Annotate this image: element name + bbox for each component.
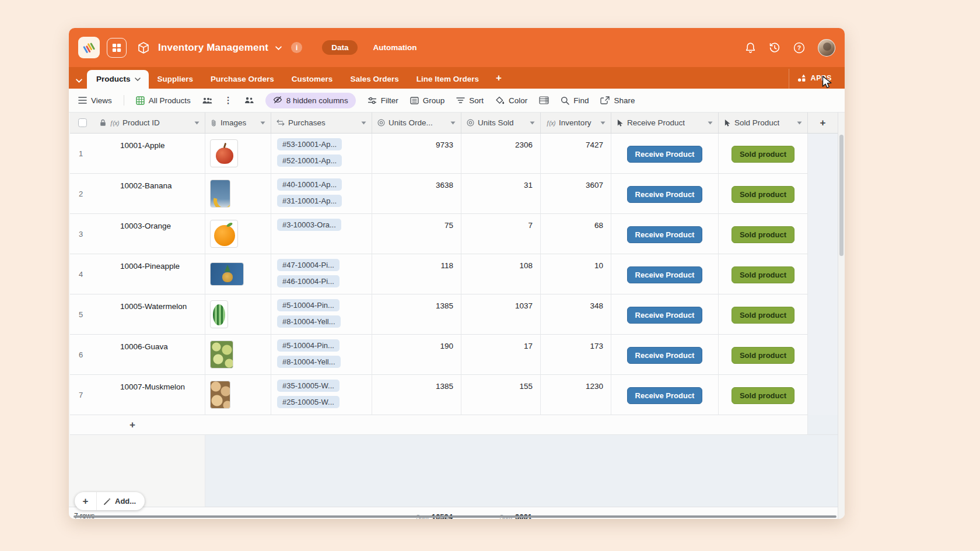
sort-button[interactable]: Sort bbox=[456, 96, 484, 105]
linked-record-pill[interactable]: #52-10001-Ap... bbox=[277, 155, 342, 167]
table-row[interactable]: 2 10002-Banana #40-10001-Ap...#31-10001-… bbox=[70, 174, 838, 214]
add-table-button[interactable]: + bbox=[488, 69, 510, 89]
cell-units-sold[interactable]: 7 bbox=[461, 214, 541, 254]
table-row[interactable]: 3 10003-Orange #3-10003-Ora... 75 7 68 R… bbox=[70, 214, 838, 254]
cell-units-sold[interactable]: 1037 bbox=[461, 294, 541, 335]
receive-product-button[interactable]: Receive Product bbox=[627, 226, 703, 243]
cell-product-id[interactable]: 10005-Watermelon bbox=[94, 294, 205, 335]
product-image[interactable] bbox=[210, 220, 238, 248]
sidebar-collapse-chevron-icon[interactable] bbox=[75, 79, 87, 89]
cell-units-ordered[interactable]: 1385 bbox=[372, 375, 461, 415]
bell-icon[interactable] bbox=[745, 42, 756, 54]
cell-purchases[interactable]: #5-10004-Pin...#8-10004-Yell... bbox=[271, 294, 372, 335]
column-header-images[interactable]: Images bbox=[205, 113, 271, 133]
column-header-units-ordered[interactable]: Units Orde... bbox=[372, 113, 461, 133]
add-record-plus-button[interactable]: + bbox=[75, 492, 97, 510]
chevron-down-icon[interactable] bbox=[194, 121, 200, 125]
cell-images[interactable] bbox=[205, 254, 271, 294]
cell-inventory[interactable]: 7427 bbox=[541, 134, 611, 174]
tab-chevron-down-icon[interactable] bbox=[135, 78, 141, 81]
cell-inventory[interactable]: 10 bbox=[541, 254, 611, 294]
row-height-icon[interactable] bbox=[539, 96, 549, 104]
tab-purchase-orders[interactable]: Purchase Orders bbox=[202, 69, 283, 89]
tab-line-item-orders[interactable]: Line Item Orders bbox=[408, 69, 488, 89]
column-header-sold-product[interactable]: Sold Product bbox=[719, 113, 808, 133]
table-row[interactable]: 1 10001-Apple #53-10001-Ap...#52-10001-A… bbox=[70, 134, 838, 174]
linked-record-pill[interactable]: #5-10004-Pin... bbox=[277, 339, 340, 352]
add-record-menu-button[interactable]: Add... bbox=[97, 497, 145, 506]
cell-images[interactable] bbox=[205, 174, 271, 214]
share-button[interactable]: Share bbox=[600, 96, 635, 105]
cell-inventory[interactable]: 3607 bbox=[541, 174, 611, 214]
cell-images[interactable] bbox=[205, 375, 271, 415]
cell-units-sold[interactable]: 17 bbox=[461, 335, 541, 375]
product-image[interactable] bbox=[210, 180, 230, 208]
sold-product-button[interactable]: Sold product bbox=[732, 347, 794, 364]
add-record-controls[interactable]: + Add... bbox=[75, 492, 145, 510]
sold-product-button[interactable]: Sold product bbox=[732, 266, 794, 283]
linked-record-pill[interactable]: #46-10004-Pi... bbox=[277, 275, 340, 287]
chevron-down-icon[interactable] bbox=[361, 121, 366, 125]
receive-product-button[interactable]: Receive Product bbox=[627, 266, 703, 283]
linked-record-pill[interactable]: #53-10001-Ap... bbox=[277, 138, 342, 150]
horizontal-scrollbar[interactable] bbox=[74, 515, 836, 518]
add-column-button[interactable]: + bbox=[808, 113, 838, 133]
linked-record-pill[interactable]: #3-10003-Ora... bbox=[277, 219, 341, 231]
cell-purchases[interactable]: #40-10001-Ap...#31-10001-Ap... bbox=[271, 174, 372, 214]
cell-units-ordered[interactable]: 75 bbox=[372, 214, 461, 254]
find-button[interactable]: Find bbox=[561, 96, 589, 105]
column-header-units-sold[interactable]: Units Sold bbox=[461, 113, 541, 133]
views-button[interactable]: Views bbox=[78, 96, 112, 105]
tab-customers[interactable]: Customers bbox=[283, 69, 342, 89]
chevron-down-icon[interactable] bbox=[260, 121, 265, 125]
cell-purchases[interactable]: #3-10003-Ora... bbox=[271, 214, 372, 254]
cell-units-sold[interactable]: 155 bbox=[461, 375, 541, 415]
cell-purchases[interactable]: #47-10004-Pi...#46-10004-Pi... bbox=[271, 254, 372, 294]
cell-units-ordered[interactable]: 3638 bbox=[372, 174, 461, 214]
cell-units-ordered[interactable]: 190 bbox=[372, 335, 461, 375]
column-header-receive-product[interactable]: Receive Product bbox=[611, 113, 719, 133]
product-image[interactable] bbox=[210, 341, 233, 368]
cell-product-id[interactable]: 10007-Muskmelon bbox=[94, 375, 205, 415]
receive-product-button[interactable]: Receive Product bbox=[627, 186, 703, 203]
product-image[interactable] bbox=[210, 139, 238, 167]
cell-units-sold[interactable]: 108 bbox=[461, 254, 541, 294]
receive-product-button[interactable]: Receive Product bbox=[627, 347, 703, 364]
receive-product-button[interactable]: Receive Product bbox=[627, 387, 703, 404]
vertical-scrollbar-thumb[interactable] bbox=[839, 135, 844, 256]
table-row[interactable]: 6 10006-Guava #5-10004-Pin...#8-10004-Ye… bbox=[70, 335, 838, 375]
chevron-down-icon[interactable] bbox=[797, 121, 802, 125]
cell-units-ordered[interactable]: 118 bbox=[372, 254, 461, 294]
linked-record-pill[interactable]: #8-10004-Yell... bbox=[277, 315, 341, 328]
cell-product-id[interactable]: 10006-Guava bbox=[94, 335, 205, 375]
cell-inventory[interactable]: 1230 bbox=[541, 375, 611, 415]
cell-purchases[interactable]: #53-10001-Ap...#52-10001-Ap... bbox=[271, 134, 372, 174]
collaborators-crowd-icon[interactable] bbox=[202, 97, 212, 104]
cell-product-id[interactable]: 10003-Orange bbox=[94, 214, 205, 254]
cell-inventory[interactable]: 173 bbox=[541, 335, 611, 375]
share-collaborators-icon[interactable] bbox=[244, 97, 254, 104]
cell-images[interactable] bbox=[205, 134, 271, 174]
table-row[interactable]: 4 10004-Pineapple #47-10004-Pi...#46-100… bbox=[70, 254, 838, 294]
linked-record-pill[interactable]: #40-10001-Ap... bbox=[277, 178, 342, 191]
tab-sales-orders[interactable]: Sales Orders bbox=[341, 69, 407, 89]
product-image[interactable] bbox=[210, 381, 230, 409]
column-header-purchases[interactable]: Purchases bbox=[271, 113, 372, 133]
sold-product-button[interactable]: Sold product bbox=[732, 146, 794, 163]
history-icon[interactable] bbox=[769, 42, 780, 54]
stackby-logo[interactable] bbox=[78, 37, 100, 58]
tab-products[interactable]: Products bbox=[87, 70, 149, 89]
more-options-icon[interactable]: ⋮ bbox=[224, 95, 233, 106]
product-image[interactable] bbox=[210, 262, 244, 286]
linked-record-pill[interactable]: #25-10005-W... bbox=[277, 396, 340, 408]
table-row[interactable]: 5 10005-Watermelon #5-10004-Pin...#8-100… bbox=[70, 294, 838, 335]
chevron-down-icon[interactable] bbox=[600, 121, 606, 125]
column-header-inventory[interactable]: ƒ(x) Inventory bbox=[541, 113, 611, 133]
info-icon[interactable]: i bbox=[291, 42, 302, 53]
linked-record-pill[interactable]: #47-10004-Pi... bbox=[277, 259, 340, 271]
cell-product-id[interactable]: 10002-Banana bbox=[94, 174, 205, 214]
tab-automation[interactable]: Automation bbox=[373, 43, 416, 52]
sold-product-button[interactable]: Sold product bbox=[732, 387, 794, 404]
linked-record-pill[interactable]: #8-10004-Yell... bbox=[277, 356, 341, 368]
select-all-checkbox[interactable] bbox=[78, 118, 87, 127]
